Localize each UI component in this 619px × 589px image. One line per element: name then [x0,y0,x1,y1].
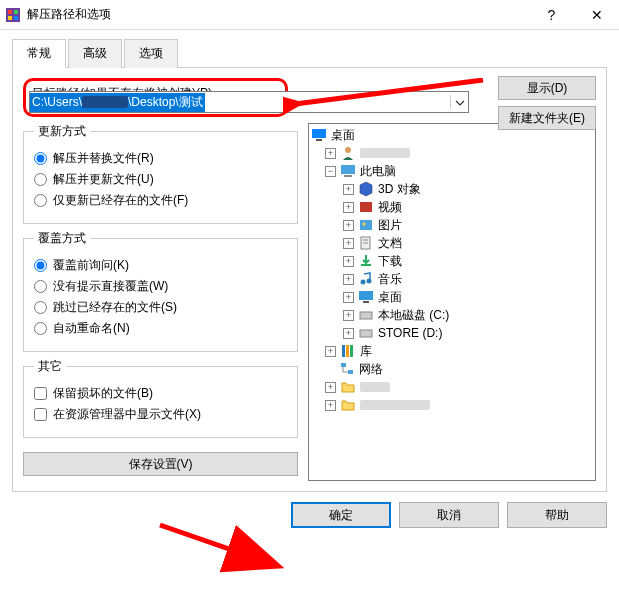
radio-existing[interactable] [34,194,47,207]
save-settings-button[interactable]: 保存设置(V) [23,452,298,476]
tree-music[interactable]: + 音乐 [311,270,593,288]
misc-group: 其它 保留损坏的文件(B) 在资源管理器中显示文件(X) [23,358,298,438]
tree-downloads[interactable]: + 下载 [311,252,593,270]
tree-libraries[interactable]: + 库 [311,342,593,360]
svg-point-13 [363,223,366,226]
dialog-footer: 确定 取消 帮助 [12,502,607,528]
tree-pictures[interactable]: + 图片 [311,216,593,234]
opt-rename[interactable]: 自动重命名(N) [34,320,287,337]
opt-update[interactable]: 解压并更新文件(U) [34,171,287,188]
svg-rect-23 [360,330,372,337]
radio-ask[interactable] [34,259,47,272]
video-icon [358,199,374,215]
opt-existing[interactable]: 仅更新已经存在的文件(F) [34,192,287,209]
tree-desktop2[interactable]: + 桌面 [311,288,593,306]
svg-point-18 [361,280,366,285]
update-mode-legend: 更新方式 [34,123,90,140]
destination-path-input[interactable]: C:\Users\\Desktop\测试 [29,91,469,113]
folder-icon [340,397,356,413]
path-selected-text: C:\Users\\Desktop\测试 [30,93,205,112]
svg-rect-25 [346,345,349,357]
annotation-arrow-2 [155,520,295,575]
new-folder-button[interactable]: 新建文件夹(E) [498,106,596,130]
expand-icon[interactable]: + [325,148,336,159]
svg-rect-11 [360,202,372,212]
document-icon [358,235,374,251]
svg-point-8 [345,147,351,153]
overwrite-mode-legend: 覆盖方式 [34,230,90,247]
music-icon [358,271,374,287]
folder-tree[interactable]: 桌面 + − 此电脑 + 3D 对象 + [308,123,596,481]
svg-rect-2 [14,10,18,14]
tree-this-pc[interactable]: − 此电脑 [311,162,593,180]
help-button[interactable]: 帮助 [507,502,607,528]
tab-general[interactable]: 常规 [12,39,66,68]
tree-videos[interactable]: + 视频 [311,198,593,216]
svg-rect-1 [8,10,12,14]
picture-icon [358,217,374,233]
tree-disk-c[interactable]: + 本地磁盘 (C:) [311,306,593,324]
svg-rect-3 [8,16,12,20]
redacted-folder [360,382,390,392]
opt-show-explorer[interactable]: 在资源管理器中显示文件(X) [34,406,287,423]
tree-disk-d[interactable]: + STORE (D:) [311,324,593,342]
pc-icon [340,163,356,179]
svg-rect-9 [341,165,355,174]
tab-advanced[interactable]: 高级 [68,39,122,68]
tree-user[interactable]: + [311,144,593,162]
opt-replace[interactable]: 解压并替换文件(R) [34,150,287,167]
cube-icon [358,181,374,197]
tree-documents[interactable]: + 文档 [311,234,593,252]
radio-rename[interactable] [34,322,47,335]
svg-rect-4 [14,16,18,20]
ok-button[interactable]: 确定 [291,502,391,528]
svg-rect-20 [359,291,373,300]
svg-point-19 [367,279,372,284]
misc-legend: 其它 [34,358,66,375]
svg-rect-24 [342,345,345,357]
radio-skip[interactable] [34,301,47,314]
tree-folder-2[interactable]: + [311,396,593,414]
tab-options[interactable]: 选项 [124,39,178,68]
help-titlebar-button[interactable]: ? [529,0,574,30]
tree-network[interactable]: 网络 [311,360,593,378]
display-button[interactable]: 显示(D) [498,76,596,100]
collapse-icon[interactable]: − [325,166,336,177]
check-keep-broken[interactable] [34,387,47,400]
radio-noprompt[interactable] [34,280,47,293]
download-icon [358,253,374,269]
radio-replace[interactable] [34,152,47,165]
svg-rect-27 [341,363,346,367]
svg-rect-17 [361,264,371,266]
tree-folder-1[interactable]: + [311,378,593,396]
titlebar: 解压路径和选项 ? ✕ [0,0,619,30]
path-dropdown-icon[interactable] [450,95,468,109]
monitor-icon [311,127,327,143]
svg-rect-21 [363,301,369,303]
svg-rect-26 [350,345,353,357]
overwrite-mode-group: 覆盖方式 覆盖前询问(K) 没有提示直接覆盖(W) 跳过已经存在的文件(S) 自… [23,230,298,352]
close-button[interactable]: ✕ [574,0,619,30]
tree-3d-objects[interactable]: + 3D 对象 [311,180,593,198]
tab-strip: 常规 高级 选项 [12,38,607,68]
redacted-username [82,96,128,108]
cancel-button[interactable]: 取消 [399,502,499,528]
desktop-icon [358,289,374,305]
svg-rect-28 [348,370,353,374]
svg-rect-7 [316,139,322,141]
check-show-explorer[interactable] [34,408,47,421]
opt-skip[interactable]: 跳过已经存在的文件(S) [34,299,287,316]
opt-keep-broken[interactable]: 保留损坏的文件(B) [34,385,287,402]
tab-body: 显示(D) 新建文件夹(E) 目标路径(如果不存在将被创建)(P) C:\Use… [12,68,607,492]
app-icon [5,7,21,23]
svg-line-29 [160,525,275,565]
radio-update[interactable] [34,173,47,186]
disk-icon [358,325,374,341]
opt-ask[interactable]: 覆盖前询问(K) [34,257,287,274]
opt-noprompt[interactable]: 没有提示直接覆盖(W) [34,278,287,295]
svg-rect-10 [344,175,352,177]
redacted-folder [360,400,430,410]
network-icon [339,361,355,377]
update-mode-group: 更新方式 解压并替换文件(R) 解压并更新文件(U) 仅更新已经存在的文件(F) [23,123,298,224]
library-icon [340,343,356,359]
